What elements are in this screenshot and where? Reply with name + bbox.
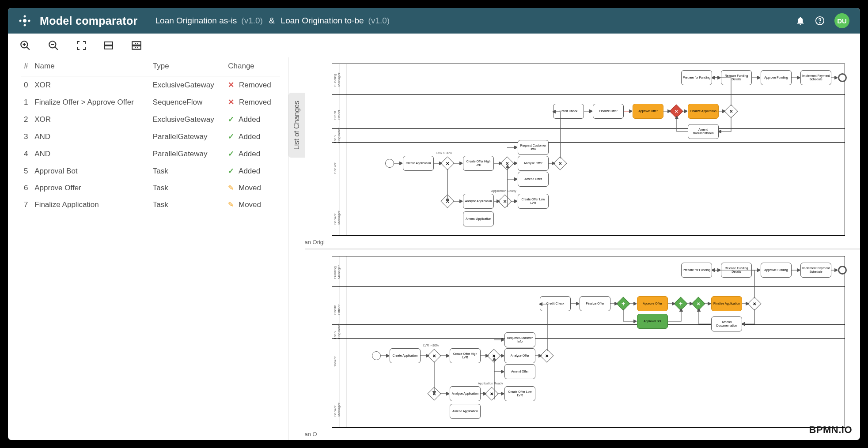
cell-change: ✎ Moved	[225, 180, 280, 196]
cell-name: XOR	[32, 76, 150, 94]
cell-idx: 1	[21, 94, 32, 111]
model-b-version: (v1.0)	[368, 16, 390, 26]
cell-idx: 0	[21, 76, 32, 94]
cell-name: Approve Offer	[32, 180, 150, 196]
added-icon: ✓	[228, 150, 234, 158]
cell-type: SequenceFlow	[150, 94, 226, 111]
cell-name: XOR	[32, 111, 150, 128]
changes-panel: # Name Type Change 0XORExclusiveGateway✕…	[8, 57, 288, 440]
separator: &	[269, 16, 275, 26]
cell-idx: 4	[21, 145, 32, 162]
svg-rect-15	[105, 46, 113, 49]
cell-change: ✓ Added	[225, 145, 280, 162]
toolbar	[8, 34, 860, 57]
svg-line-8	[27, 47, 30, 50]
cell-name: AND	[32, 145, 150, 162]
model-a-name: Loan Origination as-is	[155, 16, 237, 26]
svg-point-3	[19, 20, 22, 22]
model-a-version: (v1.0)	[241, 16, 263, 26]
cell-type: ParallelGateway	[150, 145, 226, 162]
svg-point-4	[28, 20, 30, 22]
added-icon: ✓	[228, 132, 234, 141]
diagram-bottom[interactable]: Funding Manager Credit Officer Loan Orig…	[305, 250, 860, 440]
fullscreen-icon[interactable]	[76, 40, 87, 51]
notifications-icon[interactable]	[796, 16, 805, 26]
layout-stacked-icon[interactable]	[103, 40, 114, 51]
pool-label-top: Loan Origi	[305, 239, 325, 245]
changes-table: # Name Type Change 0XORExclusiveGateway✕…	[21, 57, 280, 213]
model-info: Loan Origination as-is (v1.0) & Loan Ori…	[155, 16, 390, 26]
header-name: Name	[32, 57, 150, 76]
cell-change: ✓ Added	[225, 111, 280, 128]
main-content: # Name Type Change 0XORExclusiveGateway✕…	[8, 57, 860, 440]
cell-name: Approval Bot	[32, 162, 150, 180]
layout-sync-icon[interactable]	[131, 40, 142, 51]
cell-change: ✎ Moved	[225, 196, 280, 213]
table-row[interactable]: 7Finalize ApplicationTask✎ Moved	[21, 196, 280, 213]
cell-type: ParallelGateway	[150, 128, 226, 145]
diagram-panel: List of Changes Funding Manager Credit O…	[288, 57, 860, 440]
table-row[interactable]: 1Finalize Offer > Approve OfferSequenceF…	[21, 94, 280, 111]
cell-type: Task	[150, 162, 226, 180]
moved-icon: ✎	[228, 201, 234, 208]
table-header-row: # Name Type Change	[21, 57, 280, 76]
zoom-out-icon[interactable]	[48, 40, 59, 51]
logo-icon	[19, 15, 31, 27]
cell-change: ✕ Removed	[225, 76, 280, 94]
svg-rect-14	[105, 42, 113, 45]
removed-icon: ✕	[228, 81, 234, 89]
app-title: Model comparator	[40, 15, 138, 27]
svg-line-12	[55, 47, 58, 50]
header-idx: #	[21, 57, 32, 76]
user-avatar[interactable]: DU	[834, 13, 849, 28]
pool-label-bottom: Loan O	[305, 431, 317, 437]
cell-type: Task	[150, 196, 226, 213]
header-change: Change	[225, 57, 280, 76]
table-row[interactable]: 4ANDParallelGateway✓ Added	[21, 145, 280, 162]
cell-change: ✕ Removed	[225, 94, 280, 111]
zoom-in-icon[interactable]	[19, 40, 31, 51]
cell-idx: 3	[21, 128, 32, 145]
table-row[interactable]: 6Approve OfferTask✎ Moved	[21, 180, 280, 196]
diagram-stack: Funding Manager Credit Officer Loan Orig…	[305, 57, 860, 440]
app-frame: Model comparator Loan Origination as-is …	[8, 8, 860, 440]
cell-idx: 5	[21, 162, 32, 180]
bpmn-logo: BPMN.iO	[809, 424, 852, 436]
svg-point-2	[24, 24, 26, 26]
svg-point-6	[819, 23, 820, 23]
cell-type: ExclusiveGateway	[150, 111, 226, 128]
svg-point-0	[23, 19, 27, 23]
table-row[interactable]: 2XORExclusiveGateway✓ Added	[21, 111, 280, 128]
table-row[interactable]: 0XORExclusiveGateway✕ Removed	[21, 76, 280, 94]
cell-name: AND	[32, 128, 150, 145]
svg-point-1	[24, 15, 26, 18]
model-b-name: Loan Origination to-be	[281, 16, 364, 26]
table-row[interactable]: 5Approval BotTask✓ Added	[21, 162, 280, 180]
moved-icon: ✎	[228, 184, 234, 192]
cell-idx: 2	[21, 111, 32, 128]
removed-icon: ✕	[228, 98, 234, 106]
cell-idx: 6	[21, 180, 32, 196]
cell-type: ExclusiveGateway	[150, 76, 226, 94]
cell-name: Finalize Offer > Approve Offer	[32, 94, 150, 111]
table-row[interactable]: 3ANDParallelGateway✓ Added	[21, 128, 280, 145]
added-icon: ✓	[228, 167, 234, 175]
svg-rect-16	[132, 41, 141, 45]
svg-rect-17	[132, 46, 141, 49]
app-header: Model comparator Loan Origination as-is …	[8, 8, 860, 34]
cell-type: Task	[150, 180, 226, 196]
cell-change: ✓ Added	[225, 128, 280, 145]
header-type: Type	[150, 57, 226, 76]
header-actions: DU	[796, 13, 849, 28]
cell-idx: 7	[21, 196, 32, 213]
cell-name: Finalize Application	[32, 196, 150, 213]
pool-top: Funding Manager Credit Officer Loan Orig…	[332, 64, 845, 236]
list-of-changes-tab[interactable]: List of Changes	[288, 93, 305, 158]
pool-bottom: Funding Manager Credit Officer Loan Orig…	[332, 256, 845, 428]
added-icon: ✓	[228, 115, 234, 124]
cell-change: ✓ Added	[225, 162, 280, 180]
diagram-top[interactable]: Funding Manager Credit Officer Loan Orig…	[305, 57, 860, 250]
help-icon[interactable]	[815, 16, 825, 26]
